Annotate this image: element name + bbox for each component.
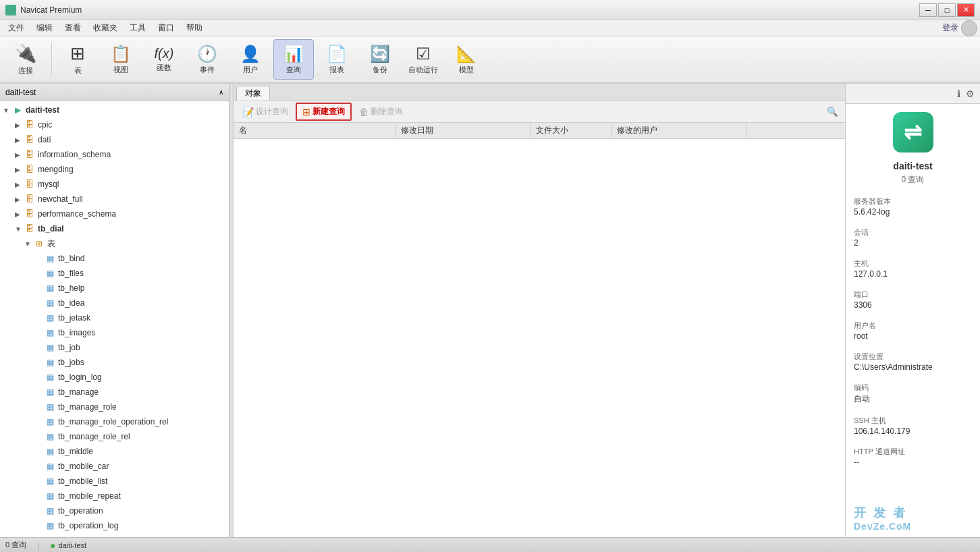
- status-connection-label: daiti-test: [59, 541, 87, 549]
- toggle-performance-schema[interactable]: ▶: [15, 211, 24, 218]
- backup-button[interactable]: 🔄 备份: [360, 39, 400, 80]
- toolbar-separator-1: [51, 43, 52, 76]
- tab-objects[interactable]: 对象: [236, 86, 270, 101]
- tree-item-tb-images[interactable]: ▶ ▦ tb_images: [0, 325, 229, 340]
- tree-item-tb-operation-log[interactable]: ▶ ▦ tb_operation_log: [0, 518, 229, 533]
- delete-query-button[interactable]: 🗑 删除查询: [353, 103, 409, 120]
- tree-item-tb-login-log[interactable]: ▶ ▦ tb_login_log: [0, 370, 229, 385]
- user-button[interactable]: 👤 用户: [230, 39, 271, 80]
- view-button[interactable]: 📋 视图: [101, 39, 141, 80]
- tree-item-tb-middle[interactable]: ▶ ▦ tb_middle: [0, 444, 229, 459]
- toggle-newchat-full[interactable]: ▶: [15, 196, 24, 203]
- props-session-section: 会话 2: [846, 225, 980, 256]
- watermark-line1: 开 发 者: [854, 505, 972, 521]
- table-button[interactable]: ⊞ 表: [57, 39, 98, 80]
- tree-item-tb-jobs[interactable]: ▶ ▦ tb_jobs: [0, 355, 229, 370]
- tree-item-tables-folder[interactable]: ▼ ⊞ 表: [0, 236, 229, 251]
- backup-label: 备份: [373, 65, 387, 75]
- search-button[interactable]: 🔍: [823, 105, 842, 119]
- toggle-mysql[interactable]: ▶: [15, 181, 24, 188]
- db-icon-mengding: 🗄: [24, 164, 35, 175]
- db-icon-information-schema: 🗄: [24, 149, 35, 160]
- toggle-cpic[interactable]: ▶: [15, 121, 24, 129]
- toggle-information-schema[interactable]: ▶: [15, 151, 24, 159]
- design-query-button[interactable]: 📝 设计查询: [236, 103, 294, 120]
- query-button[interactable]: 📊 查询: [273, 39, 314, 80]
- tree-container[interactable]: ▼ ▶ daiti-test ▶ 🗄 cpic ▶ 🗄 dati ▶ 🗄 inf…: [0, 101, 229, 537]
- menu-window[interactable]: 窗口: [153, 21, 180, 35]
- event-label: 事件: [200, 65, 215, 75]
- tree-label-tb-help: tb_help: [58, 283, 84, 293]
- tree-item-tb-mobile-car[interactable]: ▶ ▦ tb_mobile_car: [0, 459, 229, 474]
- tree-item-tb-files[interactable]: ▶ ▦ tb_files: [0, 266, 229, 281]
- props-http-tunnel-label: HTTP 通道网址: [854, 447, 972, 457]
- menu-tools[interactable]: 工具: [124, 21, 151, 35]
- col-modify-date-label: 修改日期: [401, 125, 433, 136]
- tree-item-tb-operation[interactable]: ▶ ▦ tb_operation: [0, 503, 229, 518]
- toggle-tb-dial[interactable]: ▼: [15, 225, 24, 233]
- connect-button[interactable]: 🔌 连接: [5, 39, 46, 80]
- tree-item-tb-manage-role-rel[interactable]: ▶ ▦ tb_manage_role_rel: [0, 429, 229, 444]
- login-text[interactable]: 登录: [942, 22, 958, 34]
- toggle-mengding[interactable]: ▶: [15, 166, 24, 173]
- tree-item-information-schema[interactable]: ▶ 🗄 information_schema: [0, 147, 229, 162]
- minimize-button[interactable]: ─: [919, 3, 937, 17]
- settings-icon[interactable]: ⚙: [966, 88, 975, 99]
- tree-item-tb-manage-role-operation-rel[interactable]: ▶ ▦ tb_manage_role_operation_rel: [0, 414, 229, 429]
- maximize-button[interactable]: □: [938, 3, 956, 17]
- avatar: [961, 20, 977, 36]
- tree-item-daiti-test[interactable]: ▼ ▶ daiti-test: [0, 103, 229, 117]
- autorun-button[interactable]: ☑ 自动运行: [403, 39, 443, 80]
- function-button[interactable]: f(x) 函数: [144, 39, 184, 80]
- tree-item-tb-manage-role[interactable]: ▶ ▦ tb_manage_role: [0, 399, 229, 414]
- toggle-daiti-test[interactable]: ▼: [3, 107, 12, 114]
- tree-item-performance-schema[interactable]: ▶ 🗄 performance_schema: [0, 206, 229, 221]
- tree-item-tb-dial[interactable]: ▼ 🗄 tb_dial: [0, 221, 229, 236]
- menu-file[interactable]: 文件: [3, 21, 30, 35]
- tree-item-tb-jetask[interactable]: ▶ ▦ tb_jetask: [0, 310, 229, 325]
- query-label: 查询: [286, 65, 301, 75]
- new-query-button[interactable]: ⊞ 新建查询: [296, 103, 352, 121]
- tree-item-tb-phones[interactable]: ▶ ▦ tb_phones: [0, 533, 229, 537]
- report-button[interactable]: 📄 报表: [317, 39, 357, 80]
- tree-item-tb-manage[interactable]: ▶ ▦ tb_manage: [0, 385, 229, 399]
- table-icon-tb-operation-log: ▦: [45, 520, 55, 531]
- search-icon: 🔍: [827, 107, 838, 117]
- table-icon-tb-middle: ▦: [45, 446, 55, 457]
- menu-view[interactable]: 查看: [59, 21, 86, 35]
- tree-item-tb-help[interactable]: ▶ ▦ tb_help: [0, 281, 229, 296]
- tree-item-dati[interactable]: ▶ 🗄 dati: [0, 132, 229, 147]
- connection-icon: ▶: [12, 105, 23, 115]
- close-button[interactable]: ✕: [957, 3, 975, 17]
- status-bar: 0 查询 | ● daiti-test: [0, 537, 980, 552]
- content-toolbar: 📝 设计查询 ⊞ 新建查询 🗑 删除查询 🔍: [234, 101, 845, 123]
- tree-item-mengding[interactable]: ▶ 🗄 mengding: [0, 162, 229, 177]
- props-server-version-label: 服务器版本: [854, 196, 972, 206]
- model-button[interactable]: 📐 模型: [446, 39, 487, 80]
- info-icon[interactable]: ℹ: [957, 88, 960, 99]
- col-file-size-label: 文件大小: [536, 125, 568, 136]
- toggle-dati[interactable]: ▶: [15, 136, 24, 144]
- tree-item-mysql[interactable]: ▶ 🗄 mysql: [0, 177, 229, 192]
- toggle-tables-folder[interactable]: ▼: [24, 240, 34, 248]
- tree-item-cpic[interactable]: ▶ 🗄 cpic: [0, 117, 229, 132]
- tree-item-tb-idea[interactable]: ▶ ▦ tb_idea: [0, 296, 229, 310]
- props-session-value: 2: [854, 238, 972, 248]
- menu-help[interactable]: 帮助: [181, 21, 208, 35]
- tree-label-tb-images: tb_images: [58, 328, 95, 337]
- menu-edit[interactable]: 编辑: [31, 21, 58, 35]
- collapse-icon[interactable]: ∧: [219, 88, 223, 96]
- props-username-section: 用户名 root: [846, 318, 980, 349]
- tree-item-tb-job[interactable]: ▶ ▦ tb_job: [0, 340, 229, 355]
- tree-label-tb-job: tb_job: [58, 343, 80, 352]
- tree-item-newchat-full[interactable]: ▶ 🗄 newchat_full: [0, 192, 229, 206]
- tree-item-tb-mobile-repeat[interactable]: ▶ ▦ tb_mobile_repeat: [0, 489, 229, 503]
- props-http-tunnel-value: --: [854, 458, 972, 467]
- menu-favorites[interactable]: 收藏夹: [88, 21, 123, 35]
- tree-item-tb-mobile-list[interactable]: ▶ ▦ tb_mobile_list: [0, 474, 229, 489]
- view-icon: 📋: [111, 45, 131, 63]
- status-query-count: 0 查询: [5, 540, 26, 550]
- col-header-file-size: 文件大小: [530, 123, 611, 138]
- tree-item-tb-bind[interactable]: ▶ ▦ tb_bind: [0, 251, 229, 266]
- event-button[interactable]: 🕐 事件: [187, 39, 227, 80]
